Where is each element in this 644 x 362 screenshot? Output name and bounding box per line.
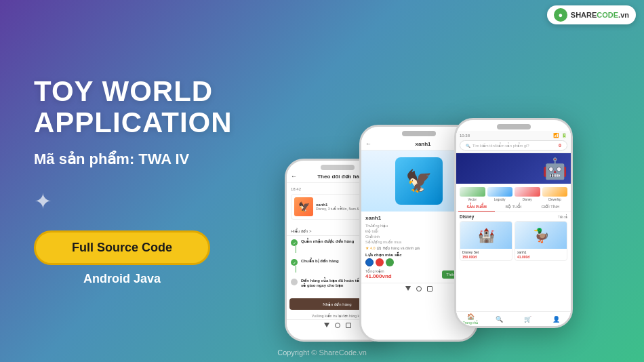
- left-panel: TOY WORLD APPLICATION Mã sản phẩm: TWA I…: [0, 0, 285, 362]
- tab-san-pham[interactable]: SẢN PHẨM: [458, 203, 495, 212]
- phone-right-screen: 10:38 📶 🔋 🔍 Tìm kiếm tên/kiểm sản phẩm g…: [456, 120, 571, 326]
- store-bottom-nav: 🏠 Trang chủ 🔍 🛒 👤: [456, 311, 571, 326]
- rating-count: (2): [377, 246, 382, 250]
- prod-main-img: 🦅: [395, 157, 443, 205]
- brand-disney-img: [515, 187, 540, 197]
- rating-value: 4.0: [370, 246, 376, 250]
- store-top-bar: 10:38 📶 🔋: [460, 133, 567, 138]
- product-card-2-price: 41.000đ: [517, 255, 565, 259]
- product-card-1-info: Disney Set 150.000đ: [460, 249, 512, 260]
- phones-area: ← Theo dõi đơn hàng 18:42 🦅 xanh1 Disney…: [251, 0, 644, 362]
- nav-mid-back-icon: [405, 286, 411, 291]
- rating-label: Hợp hàng và đánh giá: [382, 246, 420, 250]
- nav-cart[interactable]: 🛒: [514, 316, 542, 323]
- store-tabs: SẢN PHẨM BỘ TUỔI GIỚI TÍNH: [456, 203, 571, 212]
- nav-mid-recent-icon: [427, 286, 432, 291]
- cart-badge: 0: [559, 143, 561, 148]
- brand-cleverhip-img: [542, 187, 568, 197]
- cta-button[interactable]: Full Source Code: [34, 230, 210, 265]
- product-card-2-info: xanh1 41.000đ: [515, 249, 567, 260]
- attr-so-luong-label: Số lượng muốn mua: [365, 240, 401, 244]
- product-card-1-price: 150.000đ: [462, 255, 510, 259]
- search-placeholder: Tìm kiếm tên/kiểm sản phẩm gì?: [472, 144, 529, 148]
- nav-back-icon: [324, 323, 329, 327]
- brand-legocity-label: Legocity: [494, 198, 506, 201]
- user-icon: 👤: [552, 316, 560, 323]
- attr-thuong-hieu-label: Thương hiệu: [365, 224, 388, 228]
- store-search-bar[interactable]: 🔍 Tìm kiếm tên/kiểm sản phẩm gì? 0: [460, 140, 567, 150]
- star-icon: ★: [365, 246, 369, 250]
- tab-bo-tuoi[interactable]: BỘ TUỔI: [495, 203, 531, 212]
- prod-back-arrow-icon: ←: [365, 140, 371, 147]
- nav-search[interactable]: 🔍: [485, 316, 513, 323]
- brand-vector[interactable]: Vector: [460, 186, 485, 201]
- wifi-icon: 📶: [553, 133, 559, 138]
- order-item-img: 🦅: [294, 197, 313, 216]
- brand-legocity-img: [487, 187, 513, 197]
- product-grid: 🏰 Disney Set 150.000đ 🦆 xanh1 41.000đ: [460, 221, 567, 261]
- phone-left-notch: [321, 165, 355, 170]
- sparkle-icon: ✦: [34, 188, 251, 214]
- brand-cleverhip-label: Cleverhip: [548, 198, 561, 201]
- nav-mid-home-icon: [416, 286, 422, 291]
- nav-home-icon: [335, 323, 340, 328]
- brand-cleverhip[interactable]: Cleverhip: [542, 186, 568, 201]
- search-icon: 🔍: [466, 144, 470, 148]
- product-card-2-img: 🦆: [515, 222, 567, 249]
- price-value: 41.000vnd: [365, 273, 392, 279]
- store-see-all[interactable]: Tất cả: [558, 215, 567, 219]
- product-card-2-name: xanh1: [517, 250, 565, 254]
- brand-logos-area: Vector Legocity Disney Cleverhip: [456, 184, 571, 203]
- step-dot-2: [291, 259, 298, 266]
- brand-disney-label: Disney: [523, 198, 532, 201]
- attr-gioi-tinh-label: Giới tính: [365, 235, 380, 239]
- brand-legocity[interactable]: Legocity: [487, 186, 513, 201]
- brand-disney[interactable]: Disney: [515, 186, 540, 201]
- product-code: Mã sản phẩm: TWA IV: [34, 150, 251, 168]
- color-swatch-red[interactable]: [376, 258, 384, 266]
- brand-vector-img: [460, 187, 485, 197]
- back-arrow-icon: ←: [291, 173, 297, 180]
- product-card-1-img: 🏰: [460, 222, 512, 249]
- step-dot-3: [291, 279, 298, 285]
- nav-home-label: Trang chủ: [463, 321, 479, 325]
- color-swatch-blue[interactable]: [365, 258, 374, 266]
- copyright: Copyright © ShareCode.vn: [0, 348, 644, 357]
- home-icon: 🏠: [467, 313, 475, 320]
- phone-right-notch: [497, 124, 531, 129]
- store-section: Disney Tất cả 🏰 Disney Set 150.000đ 🦆: [456, 212, 571, 263]
- search-nav-icon: 🔍: [496, 316, 503, 323]
- step-line-1: [296, 246, 296, 253]
- step-line-2: [296, 266, 296, 273]
- sub-label: Android Java: [34, 272, 210, 286]
- attr-do-tuoi-label: Độ tuổi: [365, 229, 378, 233]
- nav-home[interactable]: 🏠 Trang chủ: [456, 313, 485, 325]
- product-card-1[interactable]: 🏰 Disney Set 150.000đ: [460, 221, 512, 261]
- cart-icon: 🛒: [524, 316, 531, 323]
- brand-vector-label: Vector: [468, 198, 477, 201]
- product-card-1-name: Disney Set: [462, 250, 510, 254]
- nav-user[interactable]: 👤: [542, 316, 571, 323]
- color-swatch-green[interactable]: [386, 258, 394, 266]
- product-card-2[interactable]: 🦆 xanh1 41.000đ: [515, 221, 567, 261]
- store-time: 10:38: [460, 134, 470, 138]
- nav-recent-icon: [346, 323, 351, 328]
- phone-right: 10:38 📶 🔋 🔍 Tìm kiếm tên/kiểm sản phẩm g…: [454, 118, 573, 328]
- store-section-title: Disney: [460, 214, 474, 219]
- app-title: TOY WORLD APPLICATION: [34, 76, 251, 138]
- phone-mid-notch: [402, 131, 436, 136]
- banner-robot-img: 🤖: [542, 157, 567, 180]
- store-search-area: 10:38 📶 🔋 🔍 Tìm kiếm tên/kiểm sản phẩm g…: [456, 131, 571, 153]
- tab-gioi-tinh[interactable]: GIỚI TÍNH: [532, 203, 569, 212]
- store-section-header: Disney Tất cả: [460, 214, 567, 219]
- store-banner: 🤖: [456, 153, 571, 184]
- store-status-icons: 📶 🔋: [553, 133, 567, 138]
- battery-icon: 🔋: [561, 133, 567, 138]
- step-dot-1: [291, 239, 298, 246]
